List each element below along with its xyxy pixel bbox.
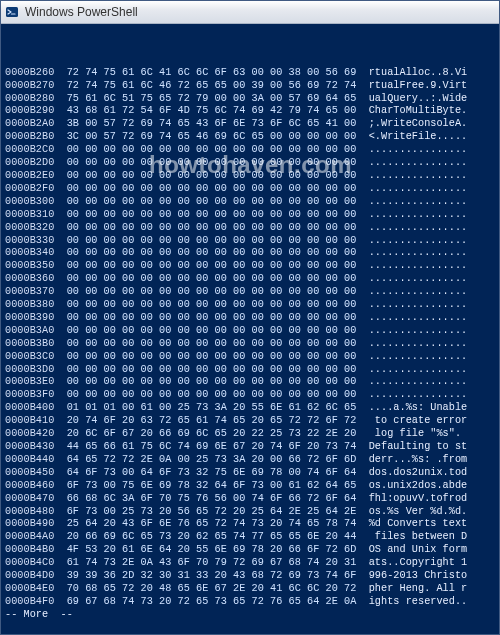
hex-address: 0000B260 [5,67,54,78]
hexdump-row: 0000B380 00 00 00 00 00 00 00 00 00 00 0… [5,299,497,312]
hex-address: 0000B3E0 [5,376,54,387]
hex-bytes: 00 00 00 00 00 00 00 00 00 00 00 00 00 0… [54,235,356,246]
hex-ascii: ................ [356,389,467,400]
hexdump-row: 0000B2B0 3C 00 57 72 69 74 65 46 69 6C 6… [5,131,497,144]
hex-ascii: ................ [356,183,467,194]
hex-ascii: os.unix2dos.abde [356,480,467,491]
hex-bytes: 43 68 61 72 54 6F 4D 75 6C 74 69 42 79 7… [54,105,356,116]
hex-address: 0000B420 [5,428,54,439]
hex-ascii: ................ [356,222,467,233]
hexdump-row: 0000B410 20 74 6F 20 63 72 65 61 74 65 2… [5,415,497,428]
hex-ascii: rtualFree.9.Virt [356,80,467,91]
hex-bytes: 72 74 75 61 6C 41 6C 6C 6F 63 00 00 38 0… [54,67,356,78]
hex-address: 0000B300 [5,196,54,207]
hex-bytes: 39 39 36 2D 32 30 31 33 20 43 68 72 69 7… [54,570,356,581]
hex-bytes: 61 74 73 2E 0A 43 6F 70 79 72 69 67 68 7… [54,557,356,568]
hex-ascii: files between D [356,531,467,542]
hex-ascii: ................ [356,338,467,349]
hex-address: 0000B320 [5,222,54,233]
hex-ascii: ................ [356,376,467,387]
hex-ascii: ................ [356,144,467,155]
more-prompt[interactable]: -- More -- [5,609,497,622]
hex-ascii: 996-2013 Christo [356,570,467,581]
hex-bytes: 00 00 00 00 00 00 00 00 00 00 00 00 00 0… [54,325,356,336]
hex-address: 0000B4C0 [5,557,54,568]
hex-bytes: 00 00 00 00 00 00 00 00 00 00 00 00 00 0… [54,209,356,220]
hex-ascii: <.WriteFile..... [356,131,467,142]
hexdump-row: 0000B4E0 70 68 65 72 20 48 65 6E 67 2E 2… [5,583,497,596]
hex-bytes: 00 00 00 00 00 00 00 00 00 00 00 00 00 0… [54,351,356,362]
hex-ascii: ats..Copyright 1 [356,557,467,568]
hexdump-row: 0000B450 64 6F 73 00 64 6F 73 32 75 6E 6… [5,467,497,480]
hex-address: 0000B460 [5,480,54,491]
hexdump-row: 0000B3D0 00 00 00 00 00 00 00 00 00 00 0… [5,364,497,377]
hex-ascii: ualQuery..:.Wide [356,93,467,104]
window-titlebar[interactable]: Windows PowerShell [1,1,499,24]
hex-bytes: 6F 73 00 75 6E 69 78 32 64 6F 73 00 61 6… [54,480,356,491]
hexdump-row: 0000B290 43 68 61 72 54 6F 4D 75 6C 74 6… [5,105,497,118]
hexdump-row: 0000B4A0 20 66 69 6C 65 73 20 62 65 74 7… [5,531,497,544]
hex-address: 0000B4D0 [5,570,54,581]
hex-address: 0000B340 [5,247,54,258]
hexdump-row: 0000B300 00 00 00 00 00 00 00 00 00 00 0… [5,196,497,209]
hex-ascii: ................ [356,312,467,323]
hex-address: 0000B2B0 [5,131,54,142]
hexdump-row: 0000B2D0 00 00 00 00 00 00 00 00 00 00 0… [5,157,497,170]
hexdump-row: 0000B350 00 00 00 00 00 00 00 00 00 00 0… [5,260,497,273]
hex-bytes: 00 00 00 00 00 00 00 00 00 00 00 00 00 0… [54,222,356,233]
hex-address: 0000B350 [5,260,54,271]
hex-address: 0000B280 [5,93,54,104]
hex-ascii: ................ [356,364,467,375]
hex-ascii: ....a.%s: Unable [356,402,467,413]
hex-bytes: 44 65 66 61 75 6C 74 69 6E 67 20 74 6F 2… [54,441,356,452]
hexdump-row: 0000B460 6F 73 00 75 6E 69 78 32 64 6F 7… [5,480,497,493]
hex-bytes: 64 65 72 72 2E 0A 00 25 73 3A 20 00 66 7… [54,454,356,465]
hex-bytes: 00 00 00 00 00 00 00 00 00 00 00 00 00 0… [54,260,356,271]
hex-address: 0000B380 [5,299,54,310]
hex-address: 0000B2D0 [5,157,54,168]
hexdump-row: 0000B420 20 6C 6F 67 20 66 69 6C 65 20 2… [5,428,497,441]
hex-address: 0000B410 [5,415,54,426]
svg-rect-0 [6,7,18,17]
hexdump-row: 0000B480 6F 73 00 25 73 20 56 65 72 20 2… [5,506,497,519]
hex-address: 0000B2F0 [5,183,54,194]
hexdump-row: 0000B360 00 00 00 00 00 00 00 00 00 00 0… [5,273,497,286]
hex-address: 0000B4F0 [5,596,54,607]
hexdump-row: 0000B260 72 74 75 61 6C 41 6C 6C 6F 63 0… [5,67,497,80]
hex-address: 0000B2C0 [5,144,54,155]
hexdump-row: 0000B310 00 00 00 00 00 00 00 00 00 00 0… [5,209,497,222]
hexdump-row: 0000B280 75 61 6C 51 75 65 72 79 00 00 3… [5,93,497,106]
hex-bytes: 00 00 00 00 00 00 00 00 00 00 00 00 00 0… [54,299,356,310]
hex-bytes: 00 00 00 00 00 00 00 00 00 00 00 00 00 0… [54,273,356,284]
hex-address: 0000B3B0 [5,338,54,349]
hexdump-row: 0000B320 00 00 00 00 00 00 00 00 00 00 0… [5,222,497,235]
hex-address: 0000B390 [5,312,54,323]
hex-address: 0000B480 [5,506,54,517]
hex-ascii: CharToMultiByte. [356,105,467,116]
hex-ascii: ................ [356,273,467,284]
terminal-output[interactable]: howtohaven.com 0000B260 72 74 75 61 6C 4… [1,24,499,634]
hex-ascii: ................ [356,325,467,336]
hex-address: 0000B440 [5,454,54,465]
hex-address: 0000B4A0 [5,531,54,542]
hex-address: 0000B490 [5,518,54,529]
hex-bytes: 20 6C 6F 67 20 66 69 6C 65 20 22 25 73 2… [54,428,356,439]
hex-address: 0000B470 [5,493,54,504]
hex-address: 0000B360 [5,273,54,284]
hex-ascii: ................ [356,260,467,271]
hex-ascii: ................ [356,196,467,207]
hexdump-row: 0000B4D0 39 39 36 2D 32 30 31 33 20 43 6… [5,570,497,583]
hex-address: 0000B310 [5,209,54,220]
hex-ascii: log file "%s". [356,428,467,439]
hex-address: 0000B270 [5,80,54,91]
hex-bytes: 72 74 75 61 6C 46 72 65 65 00 39 00 56 6… [54,80,356,91]
hex-address: 0000B3F0 [5,389,54,400]
hex-address: 0000B4E0 [5,583,54,594]
hex-bytes: 25 64 20 43 6F 6E 76 65 72 74 73 20 74 6… [54,518,356,529]
hexdump-row: 0000B330 00 00 00 00 00 00 00 00 00 00 0… [5,235,497,248]
hexdump-row: 0000B490 25 64 20 43 6F 6E 76 65 72 74 7… [5,518,497,531]
hex-bytes: 70 68 65 72 20 48 65 6E 67 2E 20 41 6C 6… [54,583,356,594]
hex-bytes: 66 68 6C 3A 6F 70 75 76 56 00 74 6F 66 7… [54,493,356,504]
hexdump-row: 0000B440 64 65 72 72 2E 0A 00 25 73 3A 2… [5,454,497,467]
hex-bytes: 00 00 00 00 00 00 00 00 00 00 00 00 00 0… [54,196,356,207]
